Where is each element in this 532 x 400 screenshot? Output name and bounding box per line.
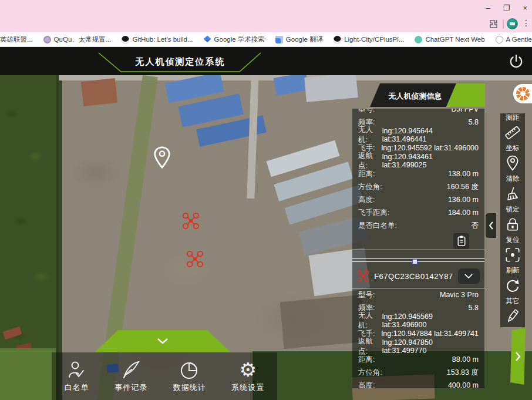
splitter-handle[interactable] [412,259,417,264]
row-value: 153.83 度 [447,368,479,378]
generic-favicon-icon [496,36,503,43]
row-label: 无人机: [358,125,382,145]
swirl-icon [516,87,530,100]
bookmark-item[interactable]: A Gentle Introduct... [496,36,532,43]
bookmark-label: Google 翻译 [286,35,323,44]
github-favicon-icon [122,36,129,43]
drone-marker-icon[interactable] [186,250,204,268]
panel-ribbon: 无人机侦测信息 [370,83,485,107]
nav-event-log[interactable]: 事件记录 [115,360,147,393]
clipboard-icon[interactable] [453,233,469,249]
bookmark-item[interactable]: Google 翻译 [275,35,323,44]
browser-menu-icon[interactable]: ⋮ [522,18,530,28]
minimize-button[interactable]: – [486,3,490,14]
chevron-down-icon [157,338,169,344]
panel-collapse-handle[interactable] [486,213,496,238]
feather-icon [121,360,141,380]
tool-other[interactable]: 其它 [500,297,525,327]
bookmark-item[interactable]: GitHub: Let's build... [122,36,193,43]
toolbar-separator [503,19,504,29]
nav-settings[interactable]: ⚙ 系统设置 [231,360,264,393]
broom-icon [504,186,521,202]
extension-overlay-pill[interactable] [513,84,532,103]
device-dropdown-button[interactable] [458,268,480,284]
window-controls: – ❐ × [486,3,527,14]
row-value: 否 [472,221,479,231]
map-toolbar: 测距 坐标 清除 锁定 [500,113,525,327]
row-label: 无人机: [358,311,382,331]
person-check-icon [67,360,87,380]
close-button[interactable]: × [523,3,527,14]
gear-icon: ⚙ [239,360,257,380]
google-scholar-favicon-icon [204,36,211,43]
bottom-panel-toggle[interactable] [95,330,230,352]
row-value: 88.00 m [452,355,479,364]
row-value: lng:120.947884 lat:31.499741 [382,330,479,338]
row-value: 5.8 [469,118,479,126]
tool-measure[interactable]: 测距 [500,113,525,144]
bookmark-item[interactable]: Light-City/CPlusPl... [334,36,404,43]
bottom-nav: 白名单 事件记录 数据统计 ⚙ 系统设置 [52,352,277,400]
panel-row: 返航点: lng:120.943461 lat:31.499025 [352,154,484,167]
profile-avatar[interactable] [507,18,518,29]
home-pin-icon[interactable] [153,146,171,169]
bookmark-item[interactable]: Google 学术搜索 [204,35,265,44]
bookmark-label: GitHub: Let's build... [132,36,193,43]
panel-row: 距离: 138.00 m [352,167,484,180]
chevron-right-icon [515,352,521,361]
bookmarks-bar: 英雄联盟... QuQu、太常规置... GitHub: Let's build… [0,32,532,47]
panel-splitter[interactable] [352,257,484,264]
power-icon[interactable] [507,53,525,70]
tool-label: 坐标 [500,144,525,152]
bookmark-label: A Gentle Introduct... [506,36,532,43]
google-translate-favicon-icon [275,36,283,43]
panel-row: 是否白名单: 否 [352,219,484,232]
device1-rows: 频率: 5.8 无人机: lng:120.945644 lat:31.49644… [352,116,484,232]
tool-clear[interactable]: 清除 [500,174,525,205]
bookmark-item[interactable]: ChatGPT Next Web [415,36,484,43]
expand-right-button[interactable] [510,328,526,385]
row-label: 型号: [358,290,375,300]
extensions-icon[interactable] [489,19,498,29]
row-value: 184.00 m [448,209,479,217]
row-label: 高度: [358,381,375,389]
tool-lock[interactable]: 锁定 [500,205,525,236]
chevron-left-icon [489,221,494,230]
panel-row: 高度: 400.00 m [352,379,484,388]
device2-rows: 型号: Mavic 3 Pro 频率: 5.8 无人机: lng:120.945… [352,288,484,388]
github-favicon-icon [334,36,341,43]
tool-refresh[interactable]: 刷新 [500,266,525,297]
bookmark-label: Google 学术搜索 [214,35,265,44]
splitter-line [352,258,484,259]
row-value: DJI FPV [451,109,479,113]
bookmark-item[interactable]: QuQu、太常规置... [43,35,112,44]
panel-divider [352,250,484,250]
row-value: 138.00 m [448,170,479,178]
panel-row: 返航点: lng:120.947850 lat:31.499770 [352,340,484,353]
row-label: 距离: [358,355,375,365]
nav-statistics[interactable]: 数据统计 [173,360,206,393]
tool-reset[interactable]: 复位 [500,236,525,266]
lock-icon [505,216,520,233]
tool-label: 刷新 [500,266,525,274]
row-label: 返航点: [358,337,382,357]
panel-row: 方位角: 160.56 度 [352,180,484,193]
ququ-favicon-icon [43,36,51,43]
chatgpt-favicon-icon [415,36,422,43]
refresh-icon [504,277,521,294]
restore-button[interactable]: ❐ [503,3,510,14]
row-label: 方位角: [358,368,382,378]
nav-whitelist[interactable]: 白名单 [65,360,89,393]
row-label: 返航点: [358,151,382,171]
row-label: 距离: [358,169,375,179]
tool-coordinates[interactable]: 坐标 [500,144,525,174]
drone-marker-icon[interactable] [182,212,200,230]
drone-icon [357,268,369,284]
bookmark-label: 英雄联盟... [0,35,33,44]
pie-chart-icon [180,360,200,380]
page-title: 无人机侦测定位系统 [122,56,239,68]
bookmark-label: QuQu、太常规置... [54,35,112,44]
row-value: lng:120.943461 lat:31.499025 [382,153,479,169]
row-label: 高度: [358,195,375,205]
bookmark-item[interactable]: 英雄联盟... [0,35,33,44]
